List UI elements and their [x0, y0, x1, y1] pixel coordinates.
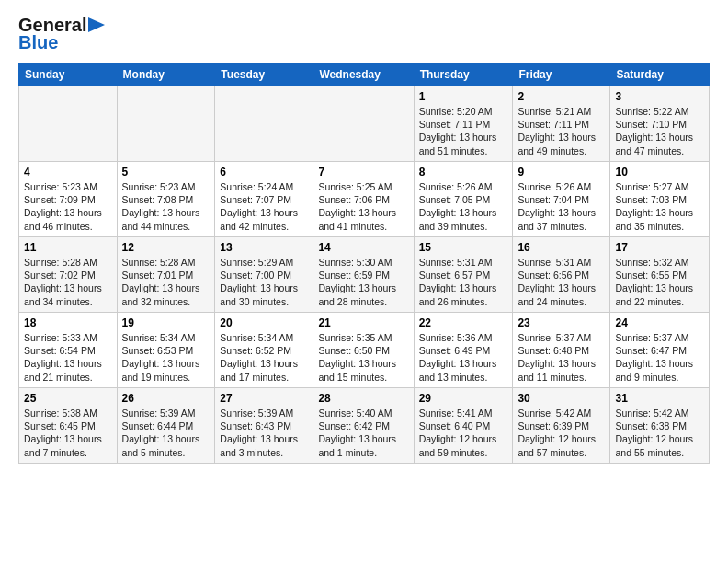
day-info: Sunrise: 5:26 AM Sunset: 7:04 PM Dayligh… [518, 180, 605, 233]
calendar-cell: 30Sunrise: 5:42 AM Sunset: 6:39 PM Dayli… [513, 388, 610, 464]
calendar-cell: 11Sunrise: 5:28 AM Sunset: 7:02 PM Dayli… [19, 237, 118, 313]
calendar-cell [215, 86, 313, 162]
day-info: Sunrise: 5:37 AM Sunset: 6:48 PM Dayligh… [518, 331, 605, 384]
day-number: 28 [318, 392, 408, 405]
day-number: 4 [24, 166, 112, 178]
day-info: Sunrise: 5:26 AM Sunset: 7:05 PM Dayligh… [419, 180, 508, 233]
day-info: Sunrise: 5:34 AM Sunset: 6:52 PM Dayligh… [220, 331, 308, 384]
calendar-cell: 1Sunrise: 5:20 AM Sunset: 7:11 PM Daylig… [414, 86, 513, 162]
calendar-week-1: 1Sunrise: 5:20 AM Sunset: 7:11 PM Daylig… [19, 86, 710, 162]
day-number: 17 [615, 241, 704, 254]
day-info: Sunrise: 5:31 AM Sunset: 6:56 PM Dayligh… [518, 256, 605, 308]
calendar-cell: 12Sunrise: 5:28 AM Sunset: 7:01 PM Dayli… [117, 237, 215, 313]
header: General Blue [18, 15, 710, 53]
day-number: 18 [24, 316, 112, 329]
calendar-cell: 19Sunrise: 5:34 AM Sunset: 6:53 PM Dayli… [117, 313, 215, 388]
calendar-page: General Blue SundayMondayTuesdayWednesda… [0, 0, 728, 473]
day-number: 7 [318, 166, 408, 178]
day-number: 6 [220, 166, 308, 178]
day-number: 30 [518, 392, 605, 405]
calendar-cell: 4Sunrise: 5:23 AM Sunset: 7:09 PM Daylig… [19, 162, 118, 237]
day-header-sunday: Sunday [19, 63, 118, 86]
day-info: Sunrise: 5:35 AM Sunset: 6:50 PM Dayligh… [318, 331, 408, 384]
day-number: 22 [419, 316, 508, 329]
calendar-week-2: 4Sunrise: 5:23 AM Sunset: 7:09 PM Daylig… [19, 162, 710, 237]
calendar-cell: 22Sunrise: 5:36 AM Sunset: 6:49 PM Dayli… [414, 313, 513, 388]
logo-blue: Blue [18, 32, 58, 53]
day-info: Sunrise: 5:28 AM Sunset: 7:01 PM Dayligh… [122, 256, 210, 308]
day-number: 20 [220, 316, 308, 329]
day-info: Sunrise: 5:39 AM Sunset: 6:44 PM Dayligh… [122, 407, 210, 459]
calendar-cell: 23Sunrise: 5:37 AM Sunset: 6:48 PM Dayli… [513, 313, 610, 388]
calendar-cell: 15Sunrise: 5:31 AM Sunset: 6:57 PM Dayli… [414, 237, 513, 313]
calendar-table: SundayMondayTuesdayWednesdayThursdayFrid… [18, 63, 710, 464]
logo-arrow-icon [88, 17, 108, 32]
calendar-header-row: SundayMondayTuesdayWednesdayThursdayFrid… [19, 63, 710, 86]
day-number: 25 [24, 392, 112, 405]
day-info: Sunrise: 5:23 AM Sunset: 7:08 PM Dayligh… [122, 180, 210, 233]
day-number: 9 [518, 166, 605, 178]
day-info: Sunrise: 5:30 AM Sunset: 6:59 PM Dayligh… [318, 256, 408, 308]
calendar-cell: 25Sunrise: 5:38 AM Sunset: 6:45 PM Dayli… [19, 388, 118, 464]
day-info: Sunrise: 5:20 AM Sunset: 7:11 PM Dayligh… [419, 105, 508, 157]
day-number: 13 [220, 241, 308, 254]
day-header-monday: Monday [117, 63, 215, 86]
day-info: Sunrise: 5:40 AM Sunset: 6:42 PM Dayligh… [318, 407, 408, 459]
day-info: Sunrise: 5:42 AM Sunset: 6:38 PM Dayligh… [615, 407, 704, 459]
day-info: Sunrise: 5:41 AM Sunset: 6:40 PM Dayligh… [419, 407, 508, 459]
day-number: 2 [518, 90, 605, 103]
calendar-cell: 9Sunrise: 5:26 AM Sunset: 7:04 PM Daylig… [513, 162, 610, 237]
day-number: 8 [419, 166, 508, 178]
day-header-wednesday: Wednesday [313, 63, 414, 86]
calendar-cell: 2Sunrise: 5:21 AM Sunset: 7:11 PM Daylig… [513, 86, 610, 162]
day-number: 24 [615, 316, 704, 329]
day-info: Sunrise: 5:23 AM Sunset: 7:09 PM Dayligh… [24, 180, 112, 233]
day-info: Sunrise: 5:34 AM Sunset: 6:53 PM Dayligh… [122, 331, 210, 384]
day-header-friday: Friday [513, 63, 610, 86]
calendar-cell: 21Sunrise: 5:35 AM Sunset: 6:50 PM Dayli… [313, 313, 414, 388]
calendar-week-4: 18Sunrise: 5:33 AM Sunset: 6:54 PM Dayli… [19, 313, 710, 388]
calendar-cell: 14Sunrise: 5:30 AM Sunset: 6:59 PM Dayli… [313, 237, 414, 313]
calendar-cell: 28Sunrise: 5:40 AM Sunset: 6:42 PM Dayli… [313, 388, 414, 464]
calendar-cell: 26Sunrise: 5:39 AM Sunset: 6:44 PM Dayli… [117, 388, 215, 464]
day-number: 5 [122, 166, 210, 178]
calendar-cell: 17Sunrise: 5:32 AM Sunset: 6:55 PM Dayli… [610, 237, 710, 313]
calendar-cell: 7Sunrise: 5:25 AM Sunset: 7:06 PM Daylig… [313, 162, 414, 237]
day-number: 27 [220, 392, 308, 405]
calendar-cell: 20Sunrise: 5:34 AM Sunset: 6:52 PM Dayli… [215, 313, 313, 388]
day-number: 26 [122, 392, 210, 405]
day-info: Sunrise: 5:37 AM Sunset: 6:47 PM Dayligh… [615, 331, 704, 384]
logo: General Blue [18, 15, 108, 53]
calendar-cell: 3Sunrise: 5:22 AM Sunset: 7:10 PM Daylig… [610, 86, 710, 162]
calendar-cell: 18Sunrise: 5:33 AM Sunset: 6:54 PM Dayli… [19, 313, 118, 388]
day-info: Sunrise: 5:27 AM Sunset: 7:03 PM Dayligh… [615, 180, 704, 233]
day-number: 19 [122, 316, 210, 329]
calendar-cell [117, 86, 215, 162]
day-number: 11 [24, 241, 112, 254]
day-info: Sunrise: 5:24 AM Sunset: 7:07 PM Dayligh… [220, 180, 308, 233]
day-info: Sunrise: 5:38 AM Sunset: 6:45 PM Dayligh… [24, 407, 112, 459]
day-info: Sunrise: 5:29 AM Sunset: 7:00 PM Dayligh… [220, 256, 308, 308]
calendar-cell: 31Sunrise: 5:42 AM Sunset: 6:38 PM Dayli… [610, 388, 710, 464]
day-info: Sunrise: 5:31 AM Sunset: 6:57 PM Dayligh… [419, 256, 508, 308]
day-info: Sunrise: 5:39 AM Sunset: 6:43 PM Dayligh… [220, 407, 308, 459]
calendar-week-3: 11Sunrise: 5:28 AM Sunset: 7:02 PM Dayli… [19, 237, 710, 313]
day-number: 29 [419, 392, 508, 405]
day-header-saturday: Saturday [610, 63, 710, 86]
day-header-tuesday: Tuesday [215, 63, 313, 86]
day-info: Sunrise: 5:25 AM Sunset: 7:06 PM Dayligh… [318, 180, 408, 233]
day-info: Sunrise: 5:32 AM Sunset: 6:55 PM Dayligh… [615, 256, 704, 308]
calendar-cell: 13Sunrise: 5:29 AM Sunset: 7:00 PM Dayli… [215, 237, 313, 313]
day-info: Sunrise: 5:33 AM Sunset: 6:54 PM Dayligh… [24, 331, 112, 384]
calendar-cell: 24Sunrise: 5:37 AM Sunset: 6:47 PM Dayli… [610, 313, 710, 388]
calendar-cell: 6Sunrise: 5:24 AM Sunset: 7:07 PM Daylig… [215, 162, 313, 237]
calendar-cell [313, 86, 414, 162]
day-number: 16 [518, 241, 605, 254]
calendar-cell: 5Sunrise: 5:23 AM Sunset: 7:08 PM Daylig… [117, 162, 215, 237]
day-info: Sunrise: 5:22 AM Sunset: 7:10 PM Dayligh… [615, 105, 704, 157]
day-number: 15 [419, 241, 508, 254]
day-number: 14 [318, 241, 408, 254]
day-number: 31 [615, 392, 704, 405]
day-number: 12 [122, 241, 210, 254]
day-info: Sunrise: 5:21 AM Sunset: 7:11 PM Dayligh… [518, 105, 605, 157]
